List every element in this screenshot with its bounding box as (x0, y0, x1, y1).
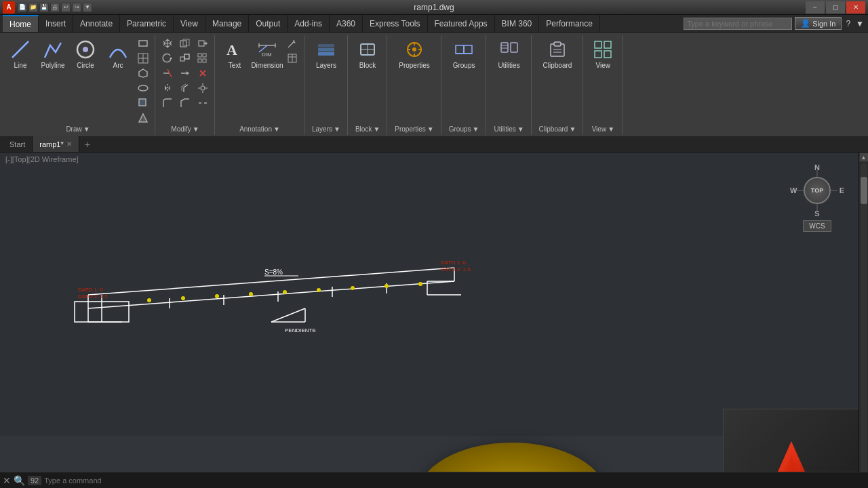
trim-btn[interactable] (160, 66, 175, 80)
break-btn[interactable] (195, 96, 210, 110)
svg-rect-19 (180, 57, 184, 61)
region-btn[interactable] (136, 96, 151, 110)
scroll-thumb[interactable] (861, 177, 867, 204)
groups-button[interactable]: Groups (449, 37, 479, 77)
customize-btn[interactable]: ▼ (83, 3, 92, 12)
window-title: ramp1.dwg (414, 3, 454, 12)
view-group-label[interactable]: View ▼ (589, 125, 617, 134)
tab-insert[interactable]: Insert (39, 15, 73, 32)
svg-marker-16 (168, 85, 170, 91)
scale-btn[interactable] (178, 52, 193, 65)
rectangle-btn[interactable] (136, 37, 151, 50)
copy-btn[interactable] (178, 37, 193, 50)
view-tools: View (588, 37, 618, 125)
polyline-button[interactable]: Polyline (38, 37, 68, 77)
expand-icon[interactable]: ▼ (854, 18, 865, 30)
fillet-btn[interactable] (160, 96, 175, 110)
circle-label: Circle (77, 62, 94, 69)
doc-tab-ramp1[interactable]: ramp1* ✕ (33, 136, 79, 152)
view-button[interactable]: View (588, 37, 618, 77)
scrollbar-right[interactable]: ▲ ▼ (859, 152, 868, 488)
close-btn[interactable]: ✕ (846, 1, 865, 14)
question-icon[interactable]: ? (844, 18, 852, 30)
clipboard-group-label[interactable]: Clipboard ▼ (536, 125, 579, 134)
window-controls: − ◻ ✕ (806, 1, 865, 14)
mleader-btn[interactable]: A (285, 37, 300, 50)
circle-button[interactable]: Circle (71, 37, 100, 77)
tab-manage[interactable]: Manage (205, 15, 249, 32)
new-btn[interactable]: 📄 (18, 3, 27, 12)
extend-btn[interactable] (178, 66, 193, 80)
svg-text:A: A (292, 39, 296, 44)
scroll-up-btn[interactable]: ▲ (859, 152, 869, 162)
open-btn[interactable]: 📁 (28, 3, 38, 12)
line-button[interactable]: Line (5, 37, 35, 77)
tab-performance[interactable]: Performance (539, 15, 600, 32)
search-input[interactable] (684, 18, 792, 30)
explode-btn[interactable] (195, 81, 210, 95)
cmd-input-field[interactable] (44, 476, 865, 485)
wcs-label[interactable]: WCS (803, 220, 831, 232)
save-btn[interactable]: 💾 (39, 3, 49, 12)
move-btn[interactable] (160, 37, 175, 50)
stretch-btn[interactable] (195, 37, 210, 50)
layers-button[interactable]: Layers (311, 37, 341, 77)
properties-group-label[interactable]: Properties ▼ (392, 125, 436, 134)
svg-rect-48 (318, 52, 334, 56)
array-btn[interactable] (195, 52, 210, 65)
tab-home[interactable]: Home (3, 15, 39, 32)
polygon-btn[interactable] (136, 66, 151, 80)
mirror-btn[interactable] (160, 81, 175, 95)
tab-featuredapps[interactable]: Featured Apps (428, 15, 495, 32)
annotation-group-label[interactable]: Annotation ▼ (237, 125, 283, 134)
compass-center[interactable]: TOP (804, 177, 831, 204)
doc-tab-close-icon[interactable]: ✕ (66, 140, 72, 148)
doc-tab-start[interactable]: Start (3, 136, 33, 152)
clipboard-button[interactable]: Clipboard (542, 37, 572, 77)
tab-view[interactable]: View (174, 15, 205, 32)
offset-btn[interactable] (178, 81, 193, 95)
block-button[interactable]: Block (353, 37, 382, 77)
undo-btn[interactable]: ↩ (61, 3, 71, 12)
annotation-extras: A (285, 37, 300, 65)
explode-icon (197, 83, 208, 94)
scroll-track[interactable] (861, 163, 867, 488)
tab-addins[interactable]: Add-ins (288, 15, 330, 32)
arc-button[interactable]: Arc (103, 37, 133, 77)
utilities-group-label[interactable]: Utilities ▼ (491, 125, 526, 134)
groups-group-label[interactable]: Groups ▼ (446, 125, 482, 134)
utilities-button[interactable]: Utilities (494, 37, 524, 77)
draw-group-label[interactable]: Draw ▼ (63, 125, 92, 134)
tab-bim360[interactable]: BIM 360 (495, 15, 540, 32)
print-btn[interactable]: 🖨 (50, 3, 60, 12)
rotate-btn[interactable] (160, 52, 175, 65)
redo-btn[interactable]: ↪ (72, 3, 81, 12)
block-icon (357, 39, 378, 60)
maximize-btn[interactable]: ◻ (826, 1, 845, 14)
tab-a360[interactable]: A360 (330, 15, 363, 32)
tab-output[interactable]: Output (249, 15, 288, 32)
doc-tab-add-btn[interactable]: + (79, 137, 96, 152)
modify-tools (160, 37, 210, 125)
ellipse-btn[interactable] (136, 81, 151, 95)
cmd-cancel-btn[interactable]: ✕ (3, 475, 11, 486)
chamfer-btn[interactable] (178, 96, 193, 110)
minimize-btn[interactable]: − (806, 1, 825, 14)
properties-dropdown-icon: ▼ (427, 125, 434, 133)
block-group-label[interactable]: Block ▼ (353, 125, 382, 134)
dimension-button[interactable]: DIM Dimension (252, 37, 282, 77)
tab-expresstools[interactable]: Express Tools (363, 15, 427, 32)
modify-group-label[interactable]: Modify ▼ (168, 125, 201, 134)
layers-group-label[interactable]: Layers ▼ (309, 125, 343, 134)
tab-annotate[interactable]: Annotate (73, 15, 120, 32)
text-button[interactable]: A Text (220, 37, 250, 77)
erase-btn[interactable] (195, 66, 210, 80)
dimension-label: Dimension (251, 62, 283, 69)
hatch-btn[interactable] (136, 52, 151, 65)
properties-button[interactable]: Properties (399, 37, 429, 77)
cmd-search-btn[interactable]: 🔍 (14, 475, 25, 486)
tab-parametric[interactable]: Parametric (120, 15, 174, 32)
table-btn[interactable] (285, 52, 300, 65)
wipeout-btn[interactable] (136, 111, 151, 125)
sign-in-button[interactable]: 👤 Sign In (795, 17, 842, 30)
